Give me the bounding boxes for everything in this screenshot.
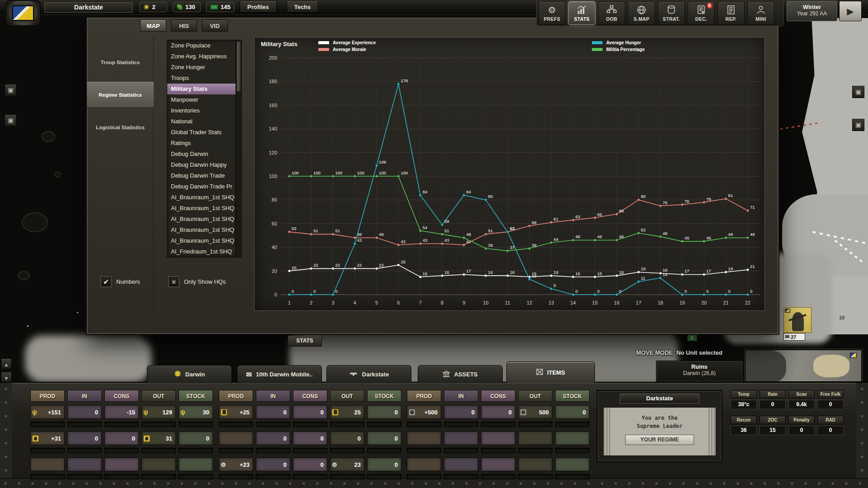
priority-slider[interactable] bbox=[367, 422, 401, 427]
priority-slider[interactable] bbox=[330, 474, 364, 479]
priority-slider[interactable] bbox=[481, 422, 515, 427]
priority-slider[interactable] bbox=[555, 448, 590, 453]
stat-list-item-debug-darwin[interactable]: Debug Darwin bbox=[167, 149, 241, 160]
checkbox-numbers[interactable] bbox=[100, 276, 112, 287]
bottom-tab-darkstate[interactable]: Darkstate bbox=[326, 365, 411, 383]
stat-list-item-inventories[interactable]: Inventories bbox=[167, 105, 241, 116]
category-regime-statistics[interactable]: Regime Statistics bbox=[87, 82, 154, 108]
stat-list-item-ratings[interactable]: Ratings bbox=[167, 138, 241, 149]
stat-list-item-troops[interactable]: Troops bbox=[167, 73, 241, 84]
priority-slider[interactable] bbox=[104, 422, 139, 427]
stat-list-item-ai-braunraum-1st-shq[interactable]: AI_Braunraum_1st SHQ bbox=[167, 214, 241, 225]
priority-slider[interactable] bbox=[30, 474, 65, 479]
stat-list-item-debug-darwin-trade-pr[interactable]: Debug Darwin Trade Pr bbox=[167, 181, 241, 192]
resource-political-points[interactable]: 2 bbox=[139, 2, 167, 12]
priority-slider[interactable] bbox=[219, 474, 253, 479]
category-logistical-statistics[interactable]: Logistical Statistics bbox=[87, 114, 154, 141]
stat-list-item-manpower[interactable]: Manpower bbox=[167, 94, 241, 105]
stat-list-item-ai-braunraum-1st-shq[interactable]: AI_Braunraum_1st SHQ bbox=[167, 203, 241, 214]
priority-slider[interactable] bbox=[293, 474, 327, 479]
priority-slider[interactable] bbox=[219, 448, 253, 453]
stat-list-item-ai-friedraum-1st-shq[interactable]: AI_Friedraum_1st SHQ bbox=[167, 246, 241, 257]
stat-list-item-zone-hunger[interactable]: Zone Hunger bbox=[167, 62, 241, 73]
profiles-button[interactable]: Profiles bbox=[240, 1, 277, 13]
minimap[interactable] bbox=[745, 349, 862, 382]
stat-list-item-ai-braunraum-1st-shq[interactable]: AI_Braunraum_1st SHQ bbox=[167, 225, 241, 235]
priority-slider[interactable] bbox=[444, 422, 478, 427]
priority-slider[interactable] bbox=[481, 448, 515, 453]
bottom-tab-items[interactable]: ITEMS bbox=[506, 361, 595, 383]
stats-bottom-tab[interactable]: STATS bbox=[288, 336, 322, 347]
priority-slider[interactable] bbox=[293, 422, 327, 427]
priority-slider[interactable] bbox=[330, 422, 364, 427]
priority-slider[interactable] bbox=[407, 474, 441, 479]
priority-slider[interactable] bbox=[330, 448, 364, 453]
unit-portrait[interactable] bbox=[783, 307, 811, 333]
priority-slider[interactable] bbox=[142, 422, 176, 427]
priority-slider[interactable] bbox=[142, 474, 176, 479]
stat-list-item-zone-populace[interactable]: Zone Populace bbox=[167, 40, 241, 51]
oob-button[interactable]: OOB bbox=[598, 1, 625, 25]
scrollbar-thumb[interactable] bbox=[236, 41, 241, 92]
scroll-up-button[interactable] bbox=[1, 358, 12, 369]
stat-list-item-ai-braunraum-1st-shq[interactable]: AI_Braunraum_1st SHQ bbox=[167, 192, 241, 203]
stat-list-item-global-trader-stats[interactable]: Global Trader Stats bbox=[167, 127, 241, 138]
stat-list-item-ai-braunraum-1st-shq[interactable]: AI_Braunraum_1st SHQ bbox=[167, 235, 241, 246]
resource-food[interactable]: 130 bbox=[173, 2, 201, 12]
left-tool-button-2[interactable] bbox=[5, 114, 17, 127]
priority-slider[interactable] bbox=[67, 422, 102, 427]
priority-slider[interactable] bbox=[219, 422, 253, 427]
right-tool-button-2[interactable] bbox=[852, 119, 864, 131]
your-regime-button[interactable]: YOUR REGIME bbox=[625, 435, 694, 445]
priority-slider[interactable] bbox=[256, 474, 290, 479]
stats-button[interactable]: STATS bbox=[568, 1, 595, 25]
end-turn-button[interactable] bbox=[839, 1, 862, 21]
priority-slider[interactable] bbox=[142, 448, 176, 453]
checkbox-only-show-hqs[interactable] bbox=[168, 276, 179, 287]
stat-list-item-national[interactable]: National bbox=[167, 116, 241, 127]
stat-list-item-debug-darwin-trade[interactable]: Debug Darwin Trade bbox=[167, 170, 241, 181]
priority-slider[interactable] bbox=[367, 448, 401, 453]
right-tool-button-1[interactable] bbox=[852, 86, 864, 98]
s-map-button[interactable]: S.MAP bbox=[628, 1, 655, 25]
priority-slider[interactable] bbox=[367, 474, 401, 479]
dec-button[interactable]: DEC.6 bbox=[688, 1, 715, 25]
prefs-button[interactable]: PREFS bbox=[538, 1, 566, 25]
left-tool-button-1[interactable] bbox=[5, 84, 17, 96]
tab-vid[interactable]: VID bbox=[202, 19, 228, 32]
stat-list-item-debug-darwin-happy[interactable]: Debug Darwin Happy bbox=[167, 160, 241, 170]
priority-slider[interactable] bbox=[481, 474, 515, 479]
resource-credits[interactable]: 145 bbox=[206, 2, 235, 12]
priority-slider[interactable] bbox=[407, 448, 441, 453]
stat-list-item-zone-avg-happiness[interactable]: Zone Avg. Happiness bbox=[167, 51, 241, 62]
priority-slider[interactable] bbox=[30, 422, 65, 427]
priority-slider[interactable] bbox=[518, 422, 552, 427]
scroll-down-button[interactable] bbox=[1, 372, 12, 383]
bottom-tab-darwin[interactable]: Darwin bbox=[147, 365, 232, 383]
rep-button[interactable]: REP. bbox=[717, 1, 745, 25]
priority-slider[interactable] bbox=[444, 448, 478, 453]
tab-his[interactable]: HIS bbox=[171, 19, 197, 32]
priority-slider[interactable] bbox=[104, 474, 139, 479]
priority-slider[interactable] bbox=[518, 448, 552, 453]
mini-button[interactable]: MINI bbox=[747, 1, 774, 25]
strat-button[interactable]: STRAT. bbox=[658, 1, 685, 25]
priority-slider[interactable] bbox=[444, 474, 478, 479]
bottom-tab-assets[interactable]: ASSETS bbox=[418, 365, 503, 383]
unit-counter[interactable]: 27 bbox=[783, 333, 805, 341]
priority-slider[interactable] bbox=[555, 422, 590, 427]
priority-slider[interactable] bbox=[555, 474, 590, 479]
militia-counter[interactable]: 5 bbox=[687, 334, 697, 341]
tab-map[interactable]: MAP bbox=[140, 19, 166, 32]
priority-slider[interactable] bbox=[179, 448, 213, 453]
priority-slider[interactable] bbox=[179, 422, 213, 427]
stat-list-scrollbar[interactable] bbox=[236, 40, 241, 257]
priority-slider[interactable] bbox=[30, 448, 65, 453]
stat-list-item-military-stats[interactable]: Military Stats bbox=[167, 84, 241, 94]
priority-slider[interactable] bbox=[67, 474, 102, 479]
priority-slider[interactable] bbox=[407, 422, 441, 427]
priority-slider[interactable] bbox=[256, 422, 290, 427]
priority-slider[interactable] bbox=[104, 448, 139, 453]
bottom-tab-10th-darwin-mobile[interactable]: 10th Darwin Mobile.. bbox=[237, 365, 322, 383]
priority-slider[interactable] bbox=[67, 448, 102, 453]
